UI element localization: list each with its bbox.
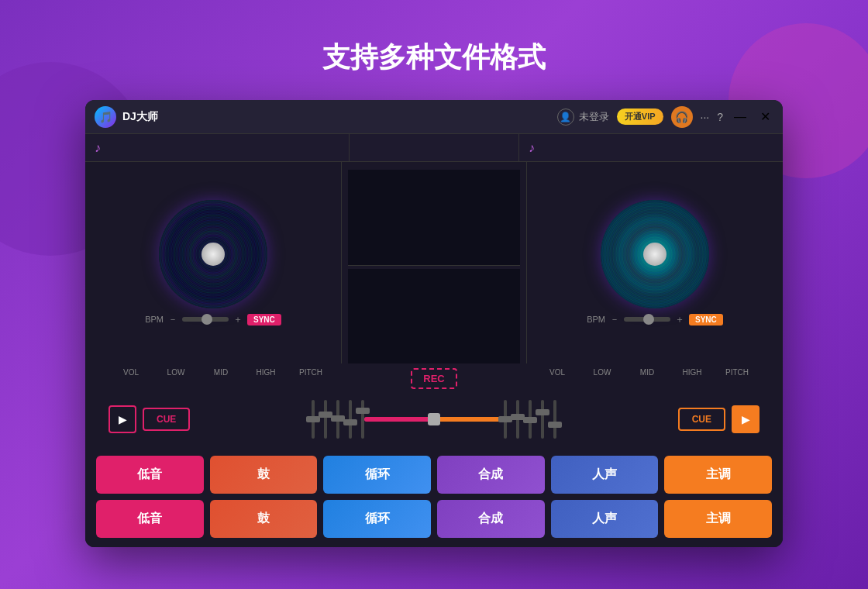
cue-button-left[interactable]: CUE — [143, 408, 190, 431]
vinyl-right[interactable] — [601, 200, 709, 308]
user-area[interactable]: 👤 未登录 — [557, 108, 609, 126]
app-window: 🎵 DJ大师 👤 未登录 开通VIP 🎧 ··· ? — ✕ ♪ ♪ — [85, 100, 783, 547]
deck-area: BPM － ＋ SYNC BPM — [85, 162, 783, 363]
deck-left: BPM － ＋ SYNC — [85, 162, 341, 363]
effect-vocal-2[interactable]: 人声 — [551, 500, 659, 538]
center-waveform-area — [341, 162, 527, 363]
effect-bass-2[interactable]: 低音 — [96, 500, 204, 538]
page-title: 支持多种文件格式 — [0, 0, 868, 100]
effect-synth-1[interactable]: 合成 — [437, 456, 545, 494]
effect-drum-2[interactable]: 鼓 — [210, 500, 318, 538]
help-button[interactable]: ? — [717, 111, 723, 123]
right-mid-label: MID — [636, 368, 659, 389]
left-low-label: LOW — [164, 368, 188, 389]
bpm-plus-left[interactable]: ＋ — [233, 313, 243, 326]
fader-vol-right[interactable] — [504, 392, 507, 446]
bpm-plus-right[interactable]: ＋ — [675, 313, 684, 326]
fader-low-right[interactable] — [516, 392, 519, 446]
controls-area: VOL LOW MID HIGH PITCH REC VOL LOW MID H… — [85, 363, 783, 547]
sync-button-right[interactable]: SYNC — [689, 314, 723, 326]
play-fader-row: ▶ CUE — [85, 389, 783, 450]
effects-row-1: 低音 鼓 循环 合成 人声 主调 — [85, 450, 783, 497]
rec-button[interactable]: REC — [411, 368, 456, 389]
headphone-button[interactable]: 🎧 — [671, 106, 693, 128]
logo-icon: 🎵 — [99, 111, 112, 123]
mixer-labels-left: VOL LOW MID HIGH PITCH — [93, 368, 349, 389]
sync-button-left[interactable]: SYNC — [247, 314, 281, 326]
minimize-button[interactable]: — — [731, 108, 749, 126]
play-button-right[interactable]: ▶ — [732, 405, 760, 433]
effect-loop-1[interactable]: 循环 — [323, 456, 431, 494]
right-pitch-label: PITCH — [725, 368, 749, 389]
crossfader[interactable] — [364, 417, 504, 422]
fader-vol-left[interactable] — [312, 392, 315, 446]
cue-button-right[interactable]: CUE — [678, 408, 725, 431]
faders-left — [304, 392, 564, 446]
right-faders-group — [504, 392, 556, 446]
left-high-label: HIGH — [254, 368, 277, 389]
bpm-left: BPM － ＋ SYNC — [145, 313, 281, 326]
bpm-minus-left[interactable]: － — [168, 313, 177, 326]
left-mid-label: MID — [209, 368, 232, 389]
fader-high-right[interactable] — [541, 392, 544, 446]
right-vol-label: VOL — [546, 368, 569, 389]
track-header-center — [349, 134, 519, 161]
effect-loop-2[interactable]: 循环 — [323, 500, 431, 538]
fader-mid-left[interactable] — [336, 392, 339, 446]
waveform-top — [348, 170, 520, 266]
play-icon-left: ▶ — [119, 413, 127, 425]
bpm-slider-left[interactable] — [182, 317, 229, 322]
left-vol-label: VOL — [119, 368, 143, 389]
left-faders-group — [312, 392, 364, 446]
play-button-left[interactable]: ▶ — [108, 405, 136, 433]
play-icon-right: ▶ — [742, 413, 750, 425]
title-bar-right: 👤 未登录 开通VIP 🎧 ··· ? — ✕ — [557, 106, 773, 128]
app-name: DJ大师 — [122, 110, 557, 124]
mixer-labels: VOL LOW MID HIGH PITCH REC VOL LOW MID H… — [85, 368, 783, 389]
bpm-label-left: BPM — [145, 315, 164, 324]
user-status: 未登录 — [579, 110, 609, 124]
fader-high-left[interactable] — [349, 392, 352, 446]
track-header-left: ♪ — [85, 134, 349, 161]
close-button[interactable]: ✕ — [757, 108, 773, 126]
effect-key-1[interactable]: 主调 — [664, 456, 772, 494]
effects-row-2: 低音 鼓 循环 合成 人声 主调 — [85, 497, 783, 544]
effect-vocal-1[interactable]: 人声 — [551, 456, 659, 494]
more-button[interactable]: ··· — [701, 111, 710, 123]
play-cue-right: CUE ▶ — [564, 405, 775, 433]
title-bar: 🎵 DJ大师 👤 未登录 开通VIP 🎧 ··· ? — ✕ — [85, 100, 783, 134]
fader-pitch-right[interactable] — [553, 392, 556, 446]
bpm-slider-right[interactable] — [624, 317, 670, 322]
track-header-right: ♪ — [519, 134, 783, 161]
effect-drum-1[interactable]: 鼓 — [210, 456, 318, 494]
fader-mid-right[interactable] — [529, 392, 532, 446]
right-music-note: ♪ — [529, 141, 535, 155]
bpm-label-right: BPM — [587, 315, 605, 324]
vinyl-left[interactable] — [159, 200, 267, 308]
mixer-labels-right: VOL LOW MID HIGH PITCH — [519, 368, 775, 389]
play-cue-left: ▶ CUE — [93, 405, 304, 433]
fader-low-left[interactable] — [324, 392, 327, 446]
right-low-label: LOW — [591, 368, 614, 389]
right-high-label: HIGH — [680, 368, 704, 389]
left-pitch-label: PITCH — [299, 368, 322, 389]
user-icon: 👤 — [557, 108, 574, 126]
effect-bass-1[interactable]: 低音 — [96, 456, 204, 494]
main-area: ♪ ♪ BPM － ＋ SYNC — [85, 134, 783, 547]
effect-synth-2[interactable]: 合成 — [437, 500, 545, 538]
waveform-bottom — [348, 269, 520, 364]
deck-right: BPM － ＋ SYNC — [527, 162, 783, 363]
bpm-minus-right[interactable]: － — [610, 313, 619, 326]
bpm-right: BPM － ＋ SYNC — [587, 313, 723, 326]
effect-key-2[interactable]: 主调 — [664, 500, 772, 538]
app-logo: 🎵 — [95, 106, 116, 128]
vip-button[interactable]: 开通VIP — [617, 108, 663, 125]
left-music-note: ♪ — [95, 141, 101, 155]
rec-area: REC — [349, 368, 519, 389]
track-headers: ♪ ♪ — [85, 134, 783, 162]
